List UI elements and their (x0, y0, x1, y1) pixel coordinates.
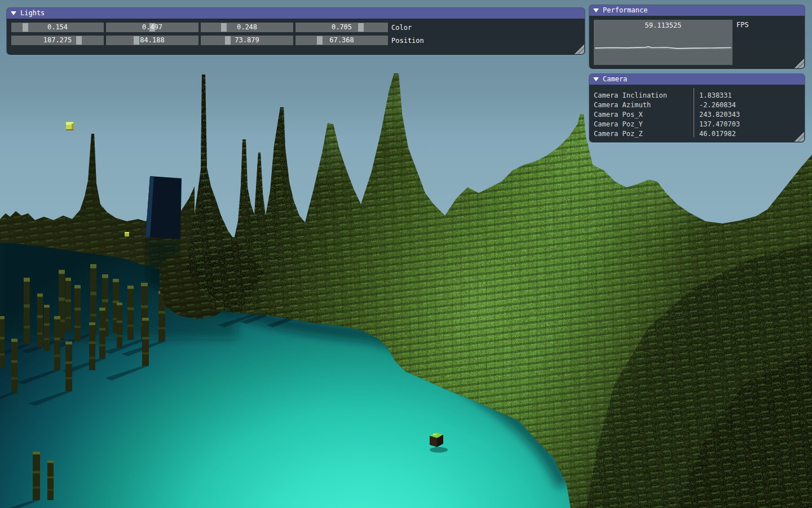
camera-panel-titlebar[interactable]: Camera (589, 74, 805, 85)
collapse-arrow-icon[interactable] (593, 77, 599, 81)
slider-value: 0.248 (201, 23, 293, 32)
resize-grip[interactable] (795, 59, 804, 68)
camera-rows: Camera Inclination 1.838331 Camera Azimu… (594, 90, 800, 138)
light-position-slider-0[interactable]: 187.275 (11, 36, 104, 45)
slider-handle[interactable] (23, 23, 28, 32)
light-color-row: 0.154 0.497 0.248 0.705 Color (11, 23, 412, 32)
camera-panel-body: Camera Inclination 1.838331 Camera Azimu… (589, 85, 805, 141)
lights-panel: Lights 0.154 0.497 0.248 0.705 (7, 8, 585, 55)
resize-grip[interactable] (795, 132, 804, 142)
performance-panel-titlebar[interactable]: Performance (589, 5, 805, 16)
color-row-label: Color (391, 24, 412, 32)
camera-row-label: Camera Inclination (594, 91, 694, 99)
collapse-arrow-icon[interactable] (11, 11, 16, 15)
slider-value: 0.705 (295, 23, 388, 32)
performance-panel: Performance 59.113525 FPS (589, 5, 805, 69)
performance-panel-title: Performance (603, 5, 647, 16)
camera-row-value[interactable]: 1.838331 (694, 91, 732, 99)
slider-handle[interactable] (317, 36, 323, 45)
camera-row-value[interactable]: 243.820343 (694, 111, 740, 119)
slider-value: 187.275 (11, 36, 104, 45)
fps-graph: 59.113525 (594, 20, 732, 65)
collapse-arrow-icon[interactable] (593, 8, 599, 12)
light-position-row: 187.275 84.188 73.879 67.368 Position (11, 36, 424, 45)
slider-handle[interactable] (358, 23, 364, 32)
camera-row-label: Camera Pos_X (594, 111, 694, 119)
app-window: Lights 0.154 0.497 0.248 0.705 (0, 0, 812, 508)
lights-panel-titlebar[interactable]: Lights (7, 8, 585, 19)
performance-panel-body: 59.113525 FPS (589, 16, 805, 68)
slider-handle[interactable] (76, 36, 82, 45)
camera-row-value[interactable]: 46.017982 (694, 130, 736, 138)
camera-row-poz-y: Camera Poz_Y 137.470703 (594, 119, 800, 129)
camera-panel-title: Camera (603, 74, 627, 85)
camera-row-pos-x: Camera Pos_X 243.820343 (594, 110, 800, 119)
slider-handle[interactable] (149, 23, 155, 32)
slider-value: 84.188 (106, 36, 198, 45)
camera-row-label: Camera Poz_Y (594, 120, 694, 128)
slider-value: 73.879 (201, 36, 293, 45)
slider-handle[interactable] (221, 23, 227, 32)
yellow-light-cube (66, 122, 74, 130)
camera-row-value[interactable]: -2.260834 (694, 101, 736, 109)
slider-handle[interactable] (134, 36, 139, 45)
light-color-slider-1[interactable]: 0.497 (106, 23, 198, 32)
camera-row-label: Camera Poz_Z (594, 130, 694, 138)
light-position-slider-3[interactable]: 67.368 (295, 36, 388, 45)
light-position-slider-2[interactable]: 73.879 (201, 36, 293, 45)
light-color-slider-3[interactable]: 0.705 (295, 23, 388, 32)
camera-row-inclination: Camera Inclination 1.838331 (594, 90, 800, 100)
light-color-slider-2[interactable]: 0.248 (201, 23, 293, 32)
camera-row-azimuth: Camera Azimuth -2.260834 (594, 100, 800, 110)
fps-label: FPS (736, 21, 749, 29)
slider-value: 67.368 (295, 36, 388, 45)
fps-value: 59.113525 (594, 21, 732, 29)
camera-row-value[interactable]: 137.470703 (694, 120, 740, 128)
light-position-slider-1[interactable]: 84.188 (106, 36, 198, 45)
camera-row-poz-z: Camera Poz_Z 46.017982 (594, 129, 800, 138)
light-color-slider-0[interactable]: 0.154 (11, 23, 104, 32)
camera-panel: Camera Camera Inclination 1.838331 Camer… (589, 74, 805, 142)
resize-grip[interactable] (575, 45, 584, 54)
lights-panel-title: Lights (20, 8, 45, 19)
camera-row-label: Camera Azimuth (594, 101, 694, 109)
position-row-label: Position (391, 37, 424, 45)
small-yellow-light-cube (125, 232, 129, 237)
slider-handle[interactable] (225, 36, 231, 45)
